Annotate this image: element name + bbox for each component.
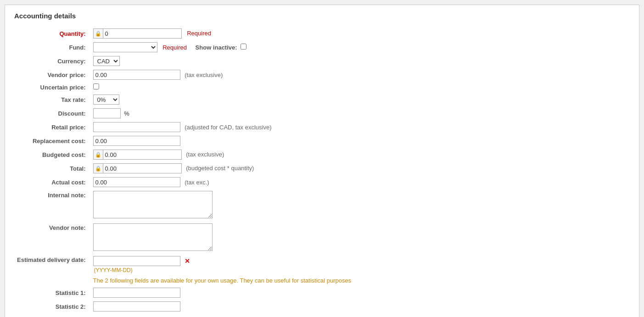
vendor-price-input[interactable] [93,70,180,80]
internal-note-cell [90,189,630,222]
statistic1-label: Statistic 1: [14,286,90,300]
estimated-delivery-date-input[interactable] [93,256,180,266]
internal-note-label: Internal note: [14,189,90,222]
fund-cell: Required Show inactive: [90,40,630,54]
estimated-delivery-date-row: Estimated delivery date: ✕ (YYYY-MM-DD) [14,254,630,275]
actual-cost-hint: (tax exc.) [185,179,209,186]
stats-info-text: The 2 following fields are available for… [93,277,352,284]
internal-note-textarea[interactable] [93,191,213,218]
replacement-cost-cell [90,134,630,148]
actual-cost-cell: (tax exc.) [90,175,630,189]
currency-label: Currency: [14,54,90,68]
fund-row: Fund: Required Show inactive: [14,40,630,54]
quantity-required: Required [187,30,211,37]
retail-price-label: Retail price: [14,120,90,134]
uncertain-price-label: Uncertain price: [14,82,90,93]
estimated-delivery-date-cell: ✕ (YYYY-MM-DD) [90,254,630,275]
statistic2-input[interactable] [93,301,180,311]
discount-input[interactable] [93,108,121,118]
total-input-wrapper: 🔒 [93,163,182,173]
budgeted-lock-icon: 🔒 [94,150,103,159]
budgeted-cost-input[interactable] [103,150,181,159]
tax-rate-label: Tax rate: [14,93,90,106]
statistic2-row: Statistic 2: [14,300,630,313]
replacement-cost-row: Replacement cost: [14,134,630,148]
quantity-cell: 🔒 Required [90,27,630,40]
stats-info-row: The 2 following fields are available for… [14,275,630,286]
replacement-cost-input[interactable] [93,136,180,146]
date-hint: (YYYY-MM-DD) [94,267,627,273]
fund-required: Required [162,44,187,51]
actual-cost-label: Actual cost: [14,175,90,189]
retail-price-input[interactable] [93,122,180,132]
uncertain-price-row: Uncertain price: [14,82,630,93]
show-inactive-label: Show inactive: [196,44,237,51]
show-inactive-checkbox[interactable] [241,44,246,50]
budgeted-cost-cell: 🔒 (tax exclusive) [90,148,630,161]
actual-cost-row: Actual cost: (tax exc.) [14,175,630,189]
budgeted-cost-input-wrapper: 🔒 [93,150,182,160]
fund-label: Fund: [14,40,90,54]
accounting-details-panel: Accounting details Quantity: 🔒 Required … [5,5,639,317]
discount-label: Discount: [14,106,90,120]
uncertain-price-cell [90,82,630,93]
vendor-price-hint: (tax exclusive) [185,72,223,78]
stats-info-spacer [14,275,90,286]
tax-rate-row: Tax rate: 0% 5% 10% 15% [14,93,630,106]
total-hint: (budgeted cost * quantity) [186,165,254,172]
lock-icon: 🔒 [94,29,103,38]
vendor-note-label: Vendor note: [14,222,90,254]
quantity-row: Quantity: 🔒 Required [14,27,630,40]
percent-sign: % [124,110,129,117]
retail-price-cell: (adjusted for CAD, tax exclusive) [90,120,630,134]
tax-rate-select[interactable]: 0% 5% 10% 15% [93,95,119,105]
currency-cell: CAD USD EUR GBP [90,54,630,68]
statistic1-cell [90,286,630,300]
currency-row: Currency: CAD USD EUR GBP [14,54,630,68]
vendor-price-row: Vendor price: (tax exclusive) [14,68,630,82]
vendor-price-label: Vendor price: [14,68,90,82]
total-lock-icon: 🔒 [94,164,103,173]
discount-cell: % [90,106,630,120]
retail-price-row: Retail price: (adjusted for CAD, tax exc… [14,120,630,134]
estimated-delivery-date-label: Estimated delivery date: [14,254,90,275]
total-label: Total: [14,161,90,175]
statistic1-row: Statistic 1: [14,286,630,300]
vendor-note-textarea[interactable] [93,223,213,251]
replacement-cost-label: Replacement cost: [14,134,90,148]
budgeted-cost-label: Budgeted cost: [14,148,90,161]
fund-select[interactable] [93,42,157,52]
statistic2-cell [90,300,630,313]
date-clear-button[interactable]: ✕ [185,257,190,265]
budgeted-cost-hint: (tax exclusive) [186,151,224,158]
actual-cost-input[interactable] [93,177,180,187]
vendor-note-cell [90,222,630,254]
total-cell: 🔒 (budgeted cost * quantity) [90,161,630,175]
tax-rate-cell: 0% 5% 10% 15% [90,93,630,106]
accounting-form: Quantity: 🔒 Required Fund: Required [14,27,630,313]
total-input[interactable] [103,164,181,173]
quantity-input[interactable] [103,29,181,38]
page-title: Accounting details [14,12,630,20]
statistic1-input[interactable] [93,288,180,298]
currency-select[interactable]: CAD USD EUR GBP [93,56,120,66]
retail-price-hint: (adjusted for CAD, tax exclusive) [185,124,271,131]
quantity-input-wrapper: 🔒 [93,28,182,39]
vendor-price-cell: (tax exclusive) [90,68,630,82]
uncertain-price-checkbox[interactable] [93,83,99,89]
discount-row: Discount: % [14,106,630,120]
budgeted-cost-row: Budgeted cost: 🔒 (tax exclusive) [14,148,630,161]
internal-note-row: Internal note: [14,189,630,222]
total-row: Total: 🔒 (budgeted cost * quantity) [14,161,630,175]
statistic2-label: Statistic 2: [14,300,90,313]
quantity-label: Quantity: [14,27,90,40]
stats-info-cell: The 2 following fields are available for… [90,275,630,286]
vendor-note-row: Vendor note: [14,222,630,254]
